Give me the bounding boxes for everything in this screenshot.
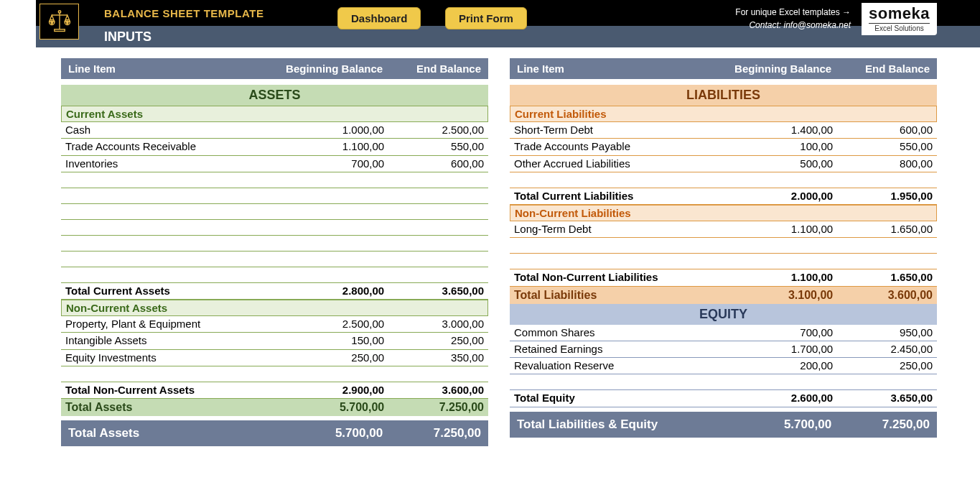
- total-current-assets: Total Current Assets2.800,003.650,00: [61, 283, 488, 300]
- table-row: Retained Earnings1.700,002.450,00: [510, 341, 937, 358]
- empty-row[interactable]: [510, 374, 937, 390]
- total-current-liab: Total Current Liabilities2.000,001.950,0…: [510, 188, 937, 205]
- svg-rect-7: [54, 29, 64, 32]
- contact-text: Contact: info@someka.net: [735, 19, 851, 32]
- empty-row[interactable]: [510, 238, 937, 254]
- equity-title: EQUITY: [510, 304, 937, 325]
- table-row: Property, Plant & Equipment2.500,003.000…: [61, 316, 488, 333]
- total-liabilities: Total Liabilities3.100,003.600,00: [510, 287, 937, 304]
- assets-title: ASSETS: [61, 85, 488, 106]
- table-row: Other Accrued Liabilities500,00800,00: [510, 156, 937, 172]
- empty-row[interactable]: [61, 172, 488, 188]
- empty-row[interactable]: [61, 204, 488, 220]
- footer-total-liab-equity: Total Liabilities & Equity5.700,007.250,…: [510, 412, 937, 438]
- table-row: Intangible Assets150,00250,00: [61, 333, 488, 349]
- table-row: Trade Accounts Receivable1.100,00550,00: [61, 139, 488, 155]
- dashboard-button[interactable]: Dashboard: [337, 7, 421, 29]
- empty-row[interactable]: [510, 254, 937, 269]
- col-begin: Beginning Balance: [733, 63, 831, 75]
- liabilities-title: LIABILITIES: [510, 85, 937, 106]
- page-subtitle: INPUTS: [104, 29, 151, 45]
- col-item: Line Item: [517, 63, 733, 75]
- assets-panel: Line Item Beginning Balance End Balance …: [61, 58, 488, 446]
- tagline-link[interactable]: For unique Excel templates →: [735, 6, 851, 19]
- scales-icon: $$: [39, 4, 79, 40]
- col-begin: Beginning Balance: [284, 63, 383, 75]
- table-row: Equity Investments250,00350,00: [61, 350, 488, 366]
- current-assets-title: Current Assets: [61, 106, 488, 122]
- brand-logo: someka Excel Solutions: [862, 3, 937, 35]
- col-end: End Balance: [383, 63, 481, 75]
- col-end: End Balance: [831, 63, 930, 75]
- empty-row[interactable]: [510, 172, 937, 188]
- total-noncurrent-liab: Total Non-Current Liabilities1.100,001.6…: [510, 269, 937, 286]
- table-row: Common Shares700,00950,00: [510, 325, 937, 341]
- print-form-button[interactable]: Print Form: [445, 7, 527, 29]
- table-row: Trade Accounts Payable100,00550,00: [510, 139, 937, 155]
- total-assets: Total Assets5.700,007.250,00: [61, 399, 488, 416]
- empty-row[interactable]: [61, 267, 488, 283]
- table-row: Cash1.000,002.500,00: [61, 122, 488, 139]
- empty-row[interactable]: [61, 366, 488, 382]
- liabilities-equity-panel: Line Item Beginning Balance End Balance …: [510, 58, 937, 446]
- table-row: Long-Term Debt1.100,001.650,00: [510, 221, 937, 238]
- empty-row[interactable]: [61, 220, 488, 236]
- col-item: Line Item: [68, 63, 284, 75]
- empty-row[interactable]: [61, 188, 488, 204]
- noncurrent-assets-title: Non-Current Assets: [61, 300, 488, 316]
- empty-row[interactable]: [61, 236, 488, 251]
- empty-row[interactable]: [61, 251, 488, 267]
- footer-total-assets: Total Assets5.700,007.250,00: [61, 420, 488, 446]
- page-title: BALANCE SHEET TEMPLATE: [104, 7, 263, 19]
- table-row: Inventories700,00600,00: [61, 156, 488, 172]
- table-row: Short-Term Debt1.400,00600,00: [510, 122, 937, 139]
- current-liab-title: Current Liabilities: [510, 106, 937, 122]
- total-equity: Total Equity2.600,003.650,00: [510, 390, 937, 407]
- noncurrent-liab-title: Non-Current Liabilities: [510, 205, 937, 221]
- table-row: Revaluation Reserve200,00250,00: [510, 358, 937, 374]
- total-noncurrent-assets: Total Non-Current Assets2.900,003.600,00: [61, 382, 488, 399]
